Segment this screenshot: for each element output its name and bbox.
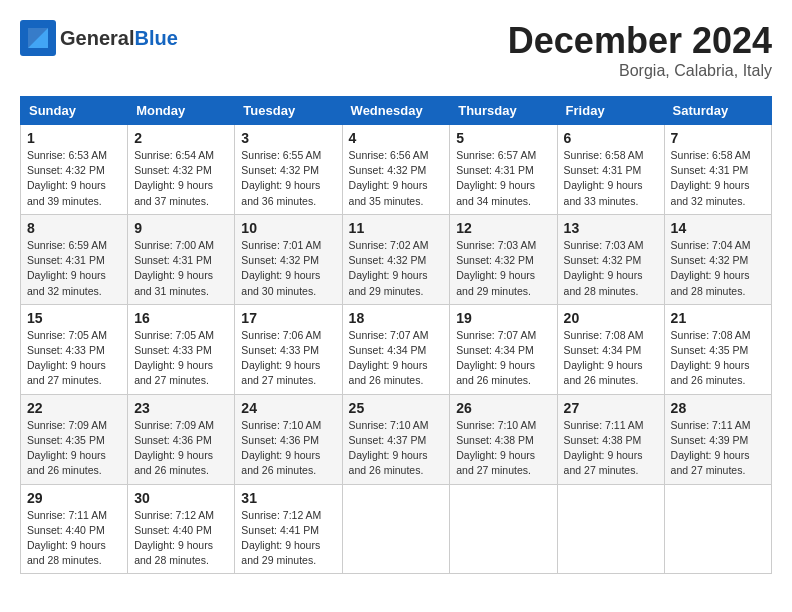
day-info: Sunrise: 7:08 AMSunset: 4:35 PMDaylight:…	[671, 328, 765, 389]
calendar-day-23: 23Sunrise: 7:09 AMSunset: 4:36 PMDayligh…	[128, 394, 235, 484]
calendar-day-27: 27Sunrise: 7:11 AMSunset: 4:38 PMDayligh…	[557, 394, 664, 484]
logo-icon	[20, 20, 56, 56]
day-number: 22	[27, 400, 121, 416]
calendar-day-5: 5Sunrise: 6:57 AMSunset: 4:31 PMDaylight…	[450, 125, 557, 215]
day-info: Sunrise: 7:00 AMSunset: 4:31 PMDaylight:…	[134, 238, 228, 299]
day-info: Sunrise: 7:10 AMSunset: 4:36 PMDaylight:…	[241, 418, 335, 479]
day-info: Sunrise: 7:05 AMSunset: 4:33 PMDaylight:…	[134, 328, 228, 389]
calendar-header-monday: Monday	[128, 97, 235, 125]
day-number: 23	[134, 400, 228, 416]
calendar-header-row: SundayMondayTuesdayWednesdayThursdayFrid…	[21, 97, 772, 125]
day-number: 14	[671, 220, 765, 236]
day-number: 11	[349, 220, 444, 236]
day-number: 5	[456, 130, 550, 146]
logo-general-text: General	[60, 27, 134, 50]
calendar-header-sunday: Sunday	[21, 97, 128, 125]
day-info: Sunrise: 7:06 AMSunset: 4:33 PMDaylight:…	[241, 328, 335, 389]
day-info: Sunrise: 7:02 AMSunset: 4:32 PMDaylight:…	[349, 238, 444, 299]
day-number: 2	[134, 130, 228, 146]
day-number: 1	[27, 130, 121, 146]
day-info: Sunrise: 6:53 AMSunset: 4:32 PMDaylight:…	[27, 148, 121, 209]
calendar-day-11: 11Sunrise: 7:02 AMSunset: 4:32 PMDayligh…	[342, 214, 450, 304]
day-info: Sunrise: 6:59 AMSunset: 4:31 PMDaylight:…	[27, 238, 121, 299]
calendar-day-26: 26Sunrise: 7:10 AMSunset: 4:38 PMDayligh…	[450, 394, 557, 484]
calendar-day-3: 3Sunrise: 6:55 AMSunset: 4:32 PMDaylight…	[235, 125, 342, 215]
day-number: 7	[671, 130, 765, 146]
day-info: Sunrise: 7:04 AMSunset: 4:32 PMDaylight:…	[671, 238, 765, 299]
calendar-day-28: 28Sunrise: 7:11 AMSunset: 4:39 PMDayligh…	[664, 394, 771, 484]
header: GeneralBlue December 2024 Borgia, Calabr…	[20, 20, 772, 80]
day-number: 4	[349, 130, 444, 146]
day-number: 19	[456, 310, 550, 326]
calendar-day-4: 4Sunrise: 6:56 AMSunset: 4:32 PMDaylight…	[342, 125, 450, 215]
calendar-empty	[557, 484, 664, 574]
calendar-day-8: 8Sunrise: 6:59 AMSunset: 4:31 PMDaylight…	[21, 214, 128, 304]
day-info: Sunrise: 7:11 AMSunset: 4:40 PMDaylight:…	[27, 508, 121, 569]
calendar-day-6: 6Sunrise: 6:58 AMSunset: 4:31 PMDaylight…	[557, 125, 664, 215]
calendar-week-5: 29Sunrise: 7:11 AMSunset: 4:40 PMDayligh…	[21, 484, 772, 574]
calendar-day-10: 10Sunrise: 7:01 AMSunset: 4:32 PMDayligh…	[235, 214, 342, 304]
calendar-table: SundayMondayTuesdayWednesdayThursdayFrid…	[20, 96, 772, 574]
calendar-day-9: 9Sunrise: 7:00 AMSunset: 4:31 PMDaylight…	[128, 214, 235, 304]
day-info: Sunrise: 6:56 AMSunset: 4:32 PMDaylight:…	[349, 148, 444, 209]
day-info: Sunrise: 7:10 AMSunset: 4:38 PMDaylight:…	[456, 418, 550, 479]
day-number: 27	[564, 400, 658, 416]
day-number: 8	[27, 220, 121, 236]
location: Borgia, Calabria, Italy	[508, 62, 772, 80]
calendar-empty	[342, 484, 450, 574]
title-block: December 2024 Borgia, Calabria, Italy	[508, 20, 772, 80]
day-info: Sunrise: 7:05 AMSunset: 4:33 PMDaylight:…	[27, 328, 121, 389]
calendar-day-24: 24Sunrise: 7:10 AMSunset: 4:36 PMDayligh…	[235, 394, 342, 484]
day-info: Sunrise: 7:08 AMSunset: 4:34 PMDaylight:…	[564, 328, 658, 389]
calendar-header-friday: Friday	[557, 97, 664, 125]
day-number: 20	[564, 310, 658, 326]
calendar-day-25: 25Sunrise: 7:10 AMSunset: 4:37 PMDayligh…	[342, 394, 450, 484]
day-number: 26	[456, 400, 550, 416]
logo-blue-text: Blue	[134, 27, 177, 50]
day-number: 6	[564, 130, 658, 146]
day-number: 18	[349, 310, 444, 326]
calendar-week-4: 22Sunrise: 7:09 AMSunset: 4:35 PMDayligh…	[21, 394, 772, 484]
day-info: Sunrise: 7:03 AMSunset: 4:32 PMDaylight:…	[564, 238, 658, 299]
calendar-day-29: 29Sunrise: 7:11 AMSunset: 4:40 PMDayligh…	[21, 484, 128, 574]
day-number: 3	[241, 130, 335, 146]
calendar-day-31: 31Sunrise: 7:12 AMSunset: 4:41 PMDayligh…	[235, 484, 342, 574]
day-info: Sunrise: 7:12 AMSunset: 4:41 PMDaylight:…	[241, 508, 335, 569]
day-info: Sunrise: 7:12 AMSunset: 4:40 PMDaylight:…	[134, 508, 228, 569]
day-info: Sunrise: 7:03 AMSunset: 4:32 PMDaylight:…	[456, 238, 550, 299]
calendar-header-wednesday: Wednesday	[342, 97, 450, 125]
day-number: 12	[456, 220, 550, 236]
day-number: 10	[241, 220, 335, 236]
day-info: Sunrise: 7:07 AMSunset: 4:34 PMDaylight:…	[456, 328, 550, 389]
calendar-empty	[664, 484, 771, 574]
calendar-day-14: 14Sunrise: 7:04 AMSunset: 4:32 PMDayligh…	[664, 214, 771, 304]
day-number: 15	[27, 310, 121, 326]
calendar-day-1: 1Sunrise: 6:53 AMSunset: 4:32 PMDaylight…	[21, 125, 128, 215]
calendar-week-1: 1Sunrise: 6:53 AMSunset: 4:32 PMDaylight…	[21, 125, 772, 215]
day-info: Sunrise: 7:10 AMSunset: 4:37 PMDaylight:…	[349, 418, 444, 479]
calendar-empty	[450, 484, 557, 574]
logo: GeneralBlue	[20, 20, 178, 56]
day-number: 9	[134, 220, 228, 236]
calendar-day-19: 19Sunrise: 7:07 AMSunset: 4:34 PMDayligh…	[450, 304, 557, 394]
calendar-week-3: 15Sunrise: 7:05 AMSunset: 4:33 PMDayligh…	[21, 304, 772, 394]
calendar-header-tuesday: Tuesday	[235, 97, 342, 125]
calendar-header-thursday: Thursday	[450, 97, 557, 125]
calendar-day-18: 18Sunrise: 7:07 AMSunset: 4:34 PMDayligh…	[342, 304, 450, 394]
calendar-day-22: 22Sunrise: 7:09 AMSunset: 4:35 PMDayligh…	[21, 394, 128, 484]
calendar-day-30: 30Sunrise: 7:12 AMSunset: 4:40 PMDayligh…	[128, 484, 235, 574]
day-info: Sunrise: 7:09 AMSunset: 4:35 PMDaylight:…	[27, 418, 121, 479]
calendar-day-15: 15Sunrise: 7:05 AMSunset: 4:33 PMDayligh…	[21, 304, 128, 394]
calendar-week-2: 8Sunrise: 6:59 AMSunset: 4:31 PMDaylight…	[21, 214, 772, 304]
day-info: Sunrise: 7:11 AMSunset: 4:38 PMDaylight:…	[564, 418, 658, 479]
day-number: 24	[241, 400, 335, 416]
day-number: 25	[349, 400, 444, 416]
day-number: 28	[671, 400, 765, 416]
day-info: Sunrise: 6:54 AMSunset: 4:32 PMDaylight:…	[134, 148, 228, 209]
day-info: Sunrise: 6:58 AMSunset: 4:31 PMDaylight:…	[564, 148, 658, 209]
day-number: 13	[564, 220, 658, 236]
month-title: December 2024	[508, 20, 772, 62]
day-info: Sunrise: 6:58 AMSunset: 4:31 PMDaylight:…	[671, 148, 765, 209]
day-info: Sunrise: 7:09 AMSunset: 4:36 PMDaylight:…	[134, 418, 228, 479]
calendar-day-20: 20Sunrise: 7:08 AMSunset: 4:34 PMDayligh…	[557, 304, 664, 394]
